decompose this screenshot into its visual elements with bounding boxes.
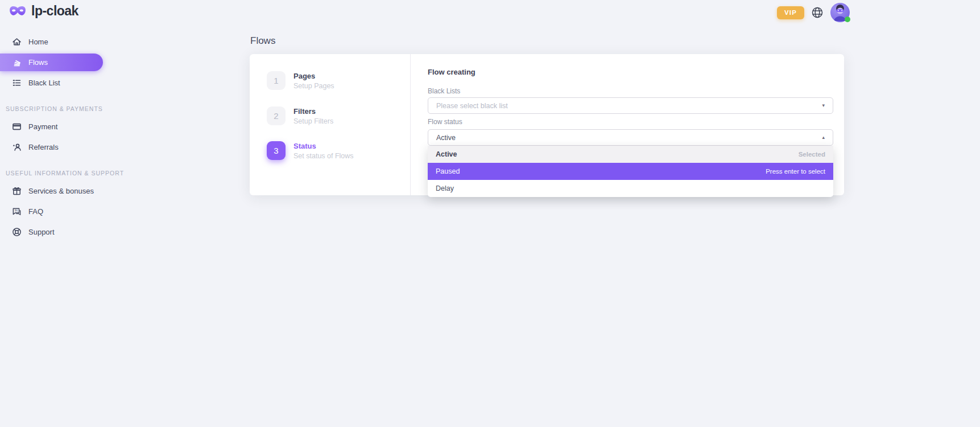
sidebar-item-support[interactable]: Support — [0, 223, 108, 241]
lifebuoy-icon — [12, 227, 22, 237]
chevron-down-icon: ▾ — [822, 103, 825, 108]
option-hint: Selected — [799, 151, 825, 158]
sidebar-item-label: Referrals — [28, 143, 59, 151]
app-title: lp-cloak — [31, 3, 78, 19]
step-subtitle: Setup Pages — [293, 82, 334, 90]
flow-status-label: Flow status — [428, 118, 462, 126]
online-status-dot — [845, 17, 850, 22]
sidebar-item-label: Services & bonuses — [28, 187, 94, 195]
black-lists-placeholder: Please select black list — [436, 102, 508, 110]
step-number-badge: 2 — [267, 106, 286, 125]
referral-person-icon — [12, 142, 22, 152]
sidebar-item-label: Payment — [28, 122, 57, 131]
sidebar-item-payment[interactable]: Payment — [0, 118, 108, 136]
flow-creating-form: Flow creating Black Lists Please select … — [411, 54, 844, 195]
dropdown-option-paused[interactable]: Paused Press enter to select — [428, 163, 833, 180]
sidebar-item-label: Flows — [28, 58, 48, 67]
chevron-up-icon: ▴ — [822, 135, 825, 140]
vip-button[interactable]: VIP — [777, 6, 804, 19]
sidebar-item-flows[interactable]: Flows — [0, 54, 103, 71]
sidebar-item-home[interactable]: Home — [0, 33, 108, 51]
sidebar-item-label: Support — [28, 228, 55, 236]
step-subtitle: Set status of Flows — [293, 152, 354, 160]
app-root: lp-cloak VIP — [0, 0, 980, 427]
section-title: USEFUL INFORMATION & SUPPORT — [6, 170, 124, 176]
sidebar-item-label: Black List — [28, 79, 60, 87]
step-title: Pages — [293, 72, 334, 80]
wizard-steps-panel: 1 Pages Setup Pages 2 Filters Setup Filt… — [250, 54, 411, 195]
sidebar-section-useful-info-support: USEFUL INFORMATION & SUPPORT — [0, 170, 108, 176]
sidebar-item-referrals[interactable]: Referrals — [0, 138, 108, 156]
sidebar-item-services-bonuses[interactable]: Services & bonuses — [0, 182, 108, 200]
sidebar-item-black-list[interactable]: Black List — [0, 74, 108, 92]
mask-logo-icon — [9, 4, 27, 19]
black-lists-label: Black Lists — [428, 87, 460, 95]
option-label: Active — [436, 150, 457, 158]
option-hint: Press enter to select — [766, 168, 825, 175]
bulleted-list-icon — [12, 78, 22, 88]
section-title: SUBSCRIPTION & PAYMENTS — [6, 105, 103, 112]
sidebar-item-label: FAQ — [28, 207, 43, 216]
flow-creating-card: 1 Pages Setup Pages 2 Filters Setup Filt… — [250, 54, 844, 195]
option-label: Delay — [436, 184, 454, 192]
step-subtitle: Setup Filters — [293, 117, 333, 125]
wizard-step-status[interactable]: 3 Status Set status of Flows — [267, 141, 354, 160]
flow-status-value: Active — [436, 134, 456, 142]
header-actions: VIP — [777, 0, 850, 25]
wizard-step-filters[interactable]: 2 Filters Setup Filters — [267, 106, 333, 125]
svg-text:?!: ?! — [14, 209, 18, 212]
flow-status-select[interactable]: Active ▴ — [428, 129, 833, 146]
sidebar-section-subscription-payments: SUBSCRIPTION & PAYMENTS — [0, 105, 108, 112]
sidebar: Home Flows Black List SUBSCRIPTION & PAY… — [0, 33, 108, 244]
page-title: Flows — [250, 35, 275, 47]
app-logo[interactable]: lp-cloak — [9, 3, 78, 19]
sidebar-item-label: Home — [28, 38, 48, 46]
step-number-badge: 3 — [267, 141, 286, 160]
gift-icon — [12, 186, 22, 196]
step-number-badge: 1 — [267, 71, 286, 90]
form-title: Flow creating — [428, 68, 475, 76]
step-title: Filters — [293, 107, 333, 116]
flow-status-dropdown: Active Selected Paused Press enter to se… — [428, 146, 833, 197]
credit-card-icon — [12, 122, 22, 132]
faq-chat-icon: ?! — [12, 207, 22, 216]
option-label: Paused — [436, 167, 460, 175]
globe-icon[interactable] — [811, 6, 824, 19]
flows-stack-icon — [12, 58, 22, 67]
wizard-step-pages[interactable]: 1 Pages Setup Pages — [267, 71, 334, 90]
dropdown-option-delay[interactable]: Delay — [428, 180, 833, 197]
black-lists-select[interactable]: Please select black list ▾ — [428, 97, 833, 114]
user-avatar[interactable] — [830, 3, 850, 22]
step-title: Status — [293, 142, 354, 150]
sidebar-item-faq[interactable]: ?! FAQ — [0, 203, 108, 220]
home-icon — [12, 37, 22, 47]
dropdown-option-active[interactable]: Active Selected — [428, 146, 833, 163]
